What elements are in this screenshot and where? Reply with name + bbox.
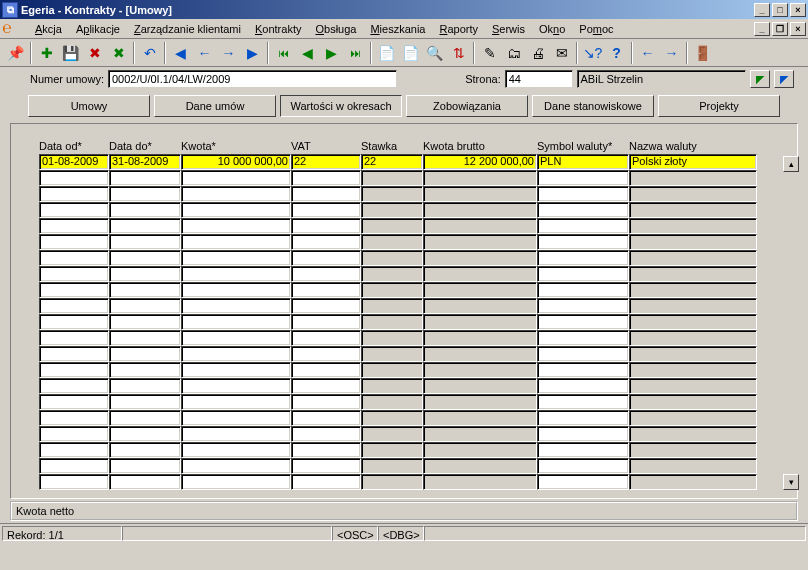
mail-icon[interactable]: ✉ bbox=[550, 42, 573, 64]
cell-symbol[interactable] bbox=[537, 442, 629, 458]
prev-icon[interactable]: ← bbox=[193, 42, 216, 64]
swap-icon[interactable]: ⇅ bbox=[447, 42, 470, 64]
cell-symbol[interactable] bbox=[537, 410, 629, 426]
rec-first-icon[interactable]: ⏮ bbox=[272, 42, 295, 64]
pin-icon[interactable]: 📌 bbox=[4, 42, 27, 64]
cell-data_do[interactable] bbox=[109, 474, 181, 490]
cell-symbol[interactable] bbox=[537, 298, 629, 314]
cell-symbol[interactable] bbox=[537, 330, 629, 346]
cell-data_do[interactable] bbox=[109, 170, 181, 186]
table-row[interactable] bbox=[39, 442, 781, 458]
tab-umowy[interactable]: Umowy bbox=[28, 95, 150, 117]
page-up-icon[interactable]: 📄 bbox=[375, 42, 398, 64]
cell-data_od[interactable] bbox=[39, 202, 109, 218]
menu-serwis[interactable]: Serwis bbox=[485, 21, 532, 37]
tab-dane-umow[interactable]: Dane umów bbox=[154, 95, 276, 117]
cell-symbol[interactable] bbox=[537, 474, 629, 490]
rec-next-icon[interactable]: ▶ bbox=[320, 42, 343, 64]
minimize-button[interactable]: _ bbox=[754, 3, 770, 17]
vertical-scrollbar[interactable]: ▴ ▾ bbox=[783, 156, 799, 490]
cell-data_do[interactable]: 31-08-2009 bbox=[109, 154, 181, 170]
table-row[interactable] bbox=[39, 362, 781, 378]
cell-symbol[interactable] bbox=[537, 314, 629, 330]
cell-kwota[interactable] bbox=[181, 218, 291, 234]
cell-vat[interactable] bbox=[291, 314, 361, 330]
menu-kontrakty[interactable]: Kontrakty bbox=[248, 21, 308, 37]
table-row[interactable] bbox=[39, 346, 781, 362]
cell-vat[interactable] bbox=[291, 202, 361, 218]
cell-symbol[interactable] bbox=[537, 362, 629, 378]
last-icon[interactable]: ▶ bbox=[241, 42, 264, 64]
cell-data_od[interactable] bbox=[39, 186, 109, 202]
cell-vat[interactable] bbox=[291, 186, 361, 202]
tab-projekty[interactable]: Projekty bbox=[658, 95, 780, 117]
delete-red-icon[interactable]: ✖ bbox=[83, 42, 106, 64]
cell-symbol[interactable] bbox=[537, 394, 629, 410]
cell-kwota[interactable] bbox=[181, 202, 291, 218]
cell-kwota[interactable]: 10 000 000,00 bbox=[181, 154, 291, 170]
table-row[interactable] bbox=[39, 394, 781, 410]
cell-kwota[interactable] bbox=[181, 346, 291, 362]
cell-kwota[interactable] bbox=[181, 330, 291, 346]
table-row[interactable] bbox=[39, 250, 781, 266]
cell-vat[interactable]: 22 bbox=[291, 154, 361, 170]
table-row[interactable] bbox=[39, 266, 781, 282]
cell-data_od[interactable] bbox=[39, 426, 109, 442]
cell-vat[interactable] bbox=[291, 474, 361, 490]
menu-pomoc[interactable]: Pomoc bbox=[572, 21, 620, 37]
table-row[interactable] bbox=[39, 314, 781, 330]
cell-kwota[interactable] bbox=[181, 410, 291, 426]
cell-data_do[interactable] bbox=[109, 202, 181, 218]
cell-symbol[interactable] bbox=[537, 250, 629, 266]
cell-kwota[interactable] bbox=[181, 266, 291, 282]
table-row[interactable] bbox=[39, 298, 781, 314]
cell-data_do[interactable] bbox=[109, 186, 181, 202]
cell-data_od[interactable] bbox=[39, 378, 109, 394]
maximize-button[interactable]: □ bbox=[772, 3, 788, 17]
cell-symbol[interactable] bbox=[537, 346, 629, 362]
table-row[interactable] bbox=[39, 426, 781, 442]
cell-vat[interactable] bbox=[291, 458, 361, 474]
menu-obsluga[interactable]: Obsługa bbox=[308, 21, 363, 37]
cell-kwota[interactable] bbox=[181, 170, 291, 186]
cell-data_do[interactable] bbox=[109, 394, 181, 410]
cell-data_od[interactable] bbox=[39, 474, 109, 490]
menu-akcja[interactable]: Akcja bbox=[28, 21, 69, 37]
cell-symbol[interactable] bbox=[537, 170, 629, 186]
cell-symbol[interactable] bbox=[537, 218, 629, 234]
mdi-restore-button[interactable]: ❐ bbox=[772, 22, 788, 36]
cell-data_do[interactable] bbox=[109, 218, 181, 234]
cell-kwota[interactable] bbox=[181, 394, 291, 410]
menu-okno[interactable]: Okno bbox=[532, 21, 572, 37]
scroll-up-icon[interactable]: ▴ bbox=[783, 156, 799, 172]
cell-kwota[interactable] bbox=[181, 458, 291, 474]
table-row[interactable] bbox=[39, 282, 781, 298]
cell-data_od[interactable] bbox=[39, 362, 109, 378]
cell-symbol[interactable] bbox=[537, 186, 629, 202]
cell-data_do[interactable] bbox=[109, 362, 181, 378]
cell-kwota[interactable] bbox=[181, 234, 291, 250]
tab-wartosci[interactable]: Wartości w okresach bbox=[280, 95, 402, 117]
cell-kwota[interactable] bbox=[181, 314, 291, 330]
cell-kwota[interactable] bbox=[181, 250, 291, 266]
save-icon[interactable]: 💾 bbox=[59, 42, 82, 64]
cell-symbol[interactable] bbox=[537, 266, 629, 282]
cell-vat[interactable] bbox=[291, 346, 361, 362]
cell-data_od[interactable] bbox=[39, 250, 109, 266]
edit-icon[interactable]: ✎ bbox=[478, 42, 501, 64]
cell-kwota[interactable] bbox=[181, 298, 291, 314]
cell-data_od[interactable] bbox=[39, 346, 109, 362]
cell-data_od[interactable] bbox=[39, 458, 109, 474]
cell-data_do[interactable] bbox=[109, 298, 181, 314]
close-button[interactable]: × bbox=[790, 3, 806, 17]
help-arrow-icon[interactable]: ↘? bbox=[581, 42, 604, 64]
exit-icon[interactable]: 🚪 bbox=[691, 42, 714, 64]
table-row[interactable] bbox=[39, 474, 781, 490]
page-down-icon[interactable]: 📄 bbox=[399, 42, 422, 64]
table-row[interactable] bbox=[39, 234, 781, 250]
scroll-down-icon[interactable]: ▾ bbox=[783, 474, 799, 490]
numer-umowy-field[interactable]: 0002/U/0I.1/04/LW/2009 bbox=[108, 70, 397, 88]
table-row[interactable] bbox=[39, 410, 781, 426]
cell-data_do[interactable] bbox=[109, 426, 181, 442]
cell-symbol[interactable] bbox=[537, 426, 629, 442]
